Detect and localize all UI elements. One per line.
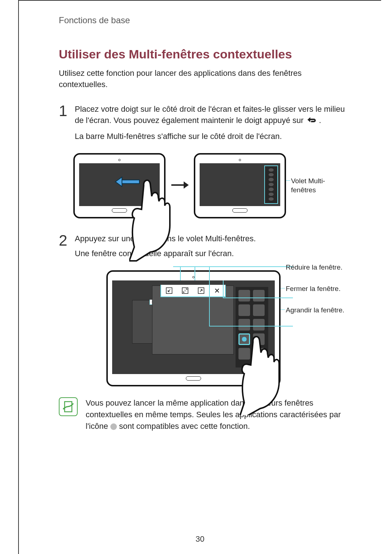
- app-slot-icon: [253, 348, 265, 360]
- app-slot-icon: [253, 290, 265, 301]
- popup-window-front: [152, 286, 234, 354]
- app-slot-icon: [238, 319, 250, 331]
- home-button-icon: [232, 208, 248, 213]
- app-slot-icon: [238, 290, 250, 301]
- step2-text-1: Appuyez sur une icône dans le volet Mult…: [75, 233, 348, 245]
- page-number: 30: [19, 534, 381, 544]
- camera-dot-icon: [118, 159, 121, 161]
- app-slot-icon: [269, 197, 274, 201]
- callout-reduce: Réduire la fenêtre.: [286, 263, 344, 272]
- app-slot-icon: [238, 304, 250, 316]
- app-slot-icon: [269, 183, 274, 186]
- app-slot-selected-icon: [238, 333, 250, 345]
- figure-1: Volet Multi-fenêtres: [73, 153, 348, 218]
- reduce-icon: [181, 287, 189, 294]
- camera-dot-icon: [192, 276, 195, 278]
- close-icon: [213, 287, 221, 294]
- callout-enlarge: Agrandir la fenêtre.: [286, 306, 344, 315]
- arrow-right-icon: [171, 180, 189, 191]
- step-1: 1 Placez votre doigt sur le côté droit d…: [59, 103, 348, 146]
- callout-multiwindow-panel: Volet Multi-fenêtres: [291, 177, 348, 194]
- screen: [200, 163, 280, 206]
- step2-text-2: Une fenêtre contextuelle apparaît sur l'…: [75, 248, 348, 259]
- expand-icon: [197, 287, 205, 294]
- app-slot-icon: [269, 178, 274, 181]
- camera-dot-icon: [239, 159, 241, 161]
- tablet-illustration-left: [73, 153, 166, 218]
- app-slot-icon: [253, 304, 265, 316]
- intro-text: Utilisez cette fonction pour lancer des …: [59, 68, 348, 90]
- screen: [79, 163, 160, 206]
- step-number: 1: [59, 103, 75, 146]
- popup-titlebar: [160, 285, 226, 297]
- app-slot-icon: [269, 193, 274, 196]
- svg-marker-3: [184, 181, 189, 189]
- step-number: 2: [59, 233, 75, 263]
- screen: ⇲ ⤢ ↗ ✕: [112, 280, 275, 374]
- back-icon: [306, 115, 317, 127]
- app-slot-icon: [269, 188, 274, 191]
- app-slot-icon: [269, 173, 274, 176]
- note-block: Vous pouvez lancer la même application d…: [59, 397, 348, 432]
- step1-text-b: .: [319, 116, 321, 125]
- note-text: Vous pouvez lancer la même application d…: [86, 397, 348, 432]
- step1-text-a: Placez votre doigt sur le côté droit de …: [75, 104, 345, 125]
- step-2: 2 Appuyez sur une icône dans le volet Mu…: [59, 233, 348, 263]
- figure-2: ⇲ ⤢ ↗ ✕: [102, 270, 348, 386]
- step1-paragraph: Placez votre doigt sur le côté droit de …: [75, 103, 348, 127]
- app-slot-icon: [238, 348, 250, 360]
- minimize-icon: [166, 287, 173, 294]
- note-text-b: sont compatibles avec cette fonction.: [119, 422, 250, 431]
- section-title: Utiliser des Multi-fenêtres contextuelle…: [59, 47, 348, 61]
- app-slot-icon: [253, 333, 265, 345]
- chapter-heading: Fonctions de base: [59, 15, 348, 25]
- multiwindow-panel: [264, 165, 278, 204]
- compatible-app-indicator-icon: [110, 423, 117, 430]
- app-slot-icon: [253, 319, 265, 331]
- step1-text-2: La barre Multi-fenêtres s'affiche sur le…: [75, 131, 348, 142]
- multiwindow-panel: [236, 287, 268, 368]
- home-button-icon: [112, 208, 127, 213]
- tablet-illustration-right: [194, 153, 286, 218]
- home-button-icon: [186, 376, 201, 381]
- note-icon: [59, 397, 78, 416]
- callout-close: Fermer la fenêtre.: [286, 284, 344, 294]
- tablet-illustration-large: ⇲ ⤢ ↗ ✕: [106, 270, 281, 386]
- app-slot-icon: [269, 168, 274, 172]
